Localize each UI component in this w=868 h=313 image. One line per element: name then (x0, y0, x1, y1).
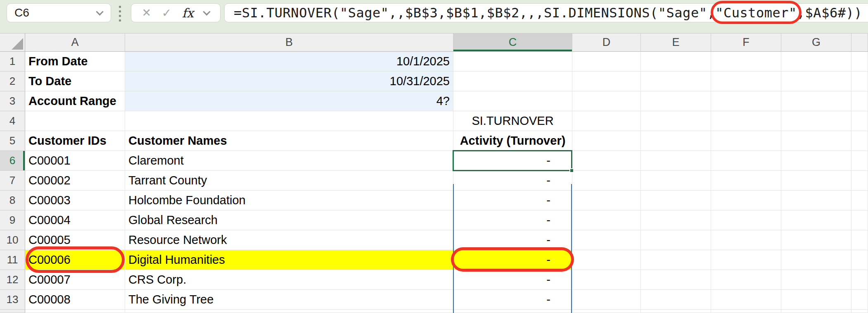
cell-A2[interactable]: To Date (25, 72, 125, 91)
cell-H10[interactable] (851, 230, 868, 250)
cell-F1[interactable] (711, 52, 781, 72)
cell-B3[interactable]: 4? (125, 91, 453, 111)
row-header-14-partial[interactable] (0, 310, 25, 313)
insert-function-icon[interactable]: fx (182, 6, 194, 20)
cell-G6[interactable] (781, 151, 851, 171)
cell-E4[interactable] (641, 111, 711, 131)
cell-D1[interactable] (572, 52, 641, 72)
cell-E3[interactable] (641, 91, 711, 111)
cell-F14[interactable] (711, 310, 781, 313)
cell-B13[interactable]: The Giving Tree (125, 290, 453, 310)
cell-E8[interactable] (641, 191, 711, 210)
cell-C11-highlighted[interactable]: - (453, 250, 572, 270)
cell-B7[interactable]: Tarrant County (125, 171, 453, 191)
row-header-7[interactable]: 7 (0, 171, 25, 191)
cell-E9[interactable] (641, 210, 711, 230)
cell-A12[interactable]: C00007 (25, 270, 125, 290)
cell-C9[interactable]: - (453, 210, 572, 230)
cell-F6[interactable] (711, 151, 781, 171)
cell-D5[interactable] (572, 131, 641, 151)
cell-A6[interactable]: C00001 (25, 151, 125, 171)
cell-D12[interactable] (572, 270, 641, 290)
cell-B5[interactable]: Customer Names (125, 131, 453, 151)
cell-B12[interactable]: CRS Corp. (125, 270, 453, 290)
cell-F11[interactable] (711, 250, 781, 270)
cell-G9[interactable] (781, 210, 851, 230)
cell-E7[interactable] (641, 171, 711, 191)
cell-F4[interactable] (711, 111, 781, 131)
cell-G1[interactable] (781, 52, 851, 72)
cell-C10[interactable]: - (453, 230, 572, 250)
row-header-2[interactable]: 2 (0, 72, 25, 91)
cell-G10[interactable] (781, 230, 851, 250)
formula-input[interactable]: =SI.TURNOVER("Sage",,$B$3,$B$1,$B$2,,,SI… (224, 3, 868, 22)
cell-C1[interactable] (453, 52, 572, 72)
cell-B4[interactable] (125, 111, 453, 131)
cell-G13[interactable] (781, 290, 851, 310)
cell-D4[interactable] (572, 111, 641, 131)
cell-B10[interactable]: Resource Network (125, 230, 453, 250)
cell-F3[interactable] (711, 91, 781, 111)
cell-A4[interactable] (25, 111, 125, 131)
cell-D11[interactable] (572, 250, 641, 270)
cancel-icon[interactable]: ✕ (142, 6, 152, 19)
cell-C14[interactable] (453, 310, 572, 313)
cell-A3[interactable]: Account Range (25, 91, 125, 111)
cell-F12[interactable] (711, 270, 781, 290)
cell-G8[interactable] (781, 191, 851, 210)
row-header-5[interactable]: 5 (0, 131, 25, 151)
cell-H11[interactable] (851, 250, 868, 270)
cell-H6[interactable] (851, 151, 868, 171)
name-box[interactable]: C6 (7, 3, 111, 22)
cell-B8[interactable]: Holcombe Foundation (125, 191, 453, 210)
row-header-4[interactable]: 4 (0, 111, 25, 131)
cell-E14[interactable] (641, 310, 711, 313)
cell-G11[interactable] (781, 250, 851, 270)
column-header-b[interactable]: B (125, 33, 453, 52)
cell-C4[interactable]: SI.TURNOVER (453, 111, 572, 131)
select-all-button[interactable] (0, 33, 25, 52)
cell-C8[interactable]: - (453, 191, 572, 210)
row-header-8[interactable]: 8 (0, 191, 25, 210)
cell-H1[interactable] (851, 52, 868, 72)
cell-E10[interactable] (641, 230, 711, 250)
chevron-down-icon[interactable] (203, 8, 211, 15)
cell-B2[interactable]: 10/31/2025 (125, 72, 453, 91)
chevron-down-icon[interactable] (96, 8, 103, 15)
cell-C2[interactable] (453, 72, 572, 91)
cell-E5[interactable] (641, 131, 711, 151)
cell-H12[interactable] (851, 270, 868, 290)
cell-B6[interactable]: Claremont (125, 151, 453, 171)
cell-D2[interactable] (572, 72, 641, 91)
cell-C7[interactable]: - (453, 171, 572, 191)
cell-G4[interactable] (781, 111, 851, 131)
cell-A14[interactable] (25, 310, 125, 313)
cell-D6[interactable] (572, 151, 641, 171)
cell-C13[interactable]: - (453, 290, 572, 310)
cell-C3[interactable] (453, 91, 572, 111)
cell-A10[interactable]: C00005 (25, 230, 125, 250)
cell-C5[interactable]: Activity (Turnover) (453, 131, 572, 151)
cell-B11-highlighted[interactable]: Digital Humanities (125, 250, 453, 270)
cell-G7[interactable] (781, 171, 851, 191)
row-header-10[interactable]: 10 (0, 230, 25, 250)
cell-E6[interactable] (641, 151, 711, 171)
cell-A7[interactable]: C00002 (25, 171, 125, 191)
cell-B1[interactable]: 10/1/2025 (125, 52, 453, 72)
cell-H14[interactable] (851, 310, 868, 313)
cell-A11-highlighted[interactable]: C00006 (25, 250, 125, 270)
cell-H8[interactable] (851, 191, 868, 210)
cell-D3[interactable] (572, 91, 641, 111)
cell-E11[interactable] (641, 250, 711, 270)
cell-D7[interactable] (572, 171, 641, 191)
cell-E12[interactable] (641, 270, 711, 290)
column-header-g[interactable]: G (781, 33, 851, 52)
row-header-9[interactable]: 9 (0, 210, 25, 230)
cell-H9[interactable] (851, 210, 868, 230)
cell-F8[interactable] (711, 191, 781, 210)
cell-H3[interactable] (851, 91, 868, 111)
cell-E1[interactable] (641, 52, 711, 72)
cell-D9[interactable] (572, 210, 641, 230)
cell-A9[interactable]: C00004 (25, 210, 125, 230)
column-header-d[interactable]: D (572, 33, 641, 52)
